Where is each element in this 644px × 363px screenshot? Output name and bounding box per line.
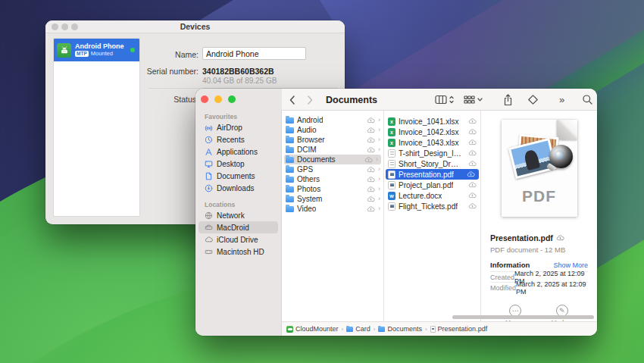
zoom-icon[interactable] xyxy=(228,95,236,103)
path-separator: › xyxy=(374,326,376,333)
path-label: CloudMounter xyxy=(295,325,339,333)
horizontal-scrollbar[interactable] xyxy=(452,315,594,319)
folder-label: Video xyxy=(297,205,316,213)
back-button[interactable] xyxy=(289,89,295,111)
path-segment-app[interactable]: CloudMounter xyxy=(286,325,339,333)
sidebar-item-airdrop[interactable]: AirDrop xyxy=(195,121,281,133)
cloud-download-icon xyxy=(556,235,564,241)
device-name-input[interactable] xyxy=(202,47,306,60)
sidebar-item-network[interactable]: Network xyxy=(195,209,281,221)
path-segment-file[interactable]: Presentation.pdf xyxy=(430,325,488,333)
sidebar-item-label: iCloud Drive xyxy=(217,236,258,244)
sidebar-item-documents[interactable]: Documents xyxy=(195,170,281,182)
folder-row[interactable]: GPS› xyxy=(282,164,383,174)
chevron-right-icon: › xyxy=(378,166,380,173)
folder-row[interactable]: Audio› xyxy=(282,125,383,135)
sidebar-item-recents[interactable]: Recents xyxy=(195,133,281,146)
cloud-download-icon xyxy=(468,118,477,124)
sidebar-item-desktop[interactable]: Desktop xyxy=(195,158,281,170)
folder-row[interactable]: Browser› xyxy=(282,135,383,145)
close-icon[interactable] xyxy=(201,95,208,103)
file-row-selected[interactable]: Presentation.pdf xyxy=(386,169,479,180)
view-columns-button[interactable] xyxy=(435,89,454,111)
finder-window: Documents » Favourites AirDrop Recents A… xyxy=(195,89,597,336)
sidebar-section-favourites: Favourites xyxy=(195,112,281,121)
path-label: Card xyxy=(355,325,370,333)
preview-file-meta: PDF document - 12 MB xyxy=(490,246,597,254)
search-icon[interactable] xyxy=(582,89,593,111)
sidebar-item-macdroid[interactable]: MacDroid xyxy=(199,221,278,233)
cloud-download-icon xyxy=(467,171,475,177)
folder-column: Android› Audio› Browser› DCIM› Documents… xyxy=(282,111,383,214)
devices-titlebar[interactable]: Devices xyxy=(45,20,345,33)
folder-row[interactable]: DCIM› xyxy=(282,145,383,155)
path-segment-folder[interactable]: Documents xyxy=(378,325,422,333)
path-label: Presentation.pdf xyxy=(438,325,488,333)
folder-label: Photos xyxy=(297,185,320,193)
finder-traffic-lights[interactable] xyxy=(201,95,236,103)
forward-button[interactable] xyxy=(307,89,314,111)
name-field-label: Name: xyxy=(129,50,199,59)
chevron-right-icon: › xyxy=(378,186,380,192)
folder-row[interactable]: Android› xyxy=(282,115,383,125)
more-toolbar-items-icon[interactable]: » xyxy=(559,89,564,111)
folder-icon xyxy=(286,206,294,212)
file-label: Flight_Tickets.pdf xyxy=(399,202,458,211)
file-row[interactable]: Invoice_1043.xlsx xyxy=(384,137,480,148)
android-device-icon xyxy=(57,43,71,58)
folder-row[interactable]: Video› xyxy=(282,204,383,214)
sidebar-item-macintosh-hd[interactable]: Macintosh HD xyxy=(195,246,281,258)
airdrop-icon xyxy=(205,124,213,132)
show-more-link[interactable]: Show More xyxy=(553,261,588,269)
file-label: T-shirt_Design_Ideas.txt xyxy=(399,149,462,158)
file-row[interactable]: Project_plan.pdf xyxy=(384,180,480,190)
file-row[interactable]: T-shirt_Design_Ideas.txt xyxy=(384,148,480,158)
sidebar-item-label: Network xyxy=(217,211,245,220)
devices-traffic-lights[interactable] xyxy=(52,23,78,30)
sidebar-item-label: Documents xyxy=(217,172,255,180)
zoom-icon[interactable] xyxy=(71,23,78,30)
cloudmounter-icon xyxy=(286,326,293,333)
file-row[interactable]: Short_Story_Draft.txt xyxy=(384,158,480,169)
folder-row[interactable]: Photos› xyxy=(282,184,383,194)
xlsx-file-icon xyxy=(388,128,395,136)
cloud-download-icon xyxy=(367,127,375,133)
modified-label: Modified xyxy=(490,284,516,292)
minimize-icon[interactable] xyxy=(61,23,68,30)
pdf-file-icon xyxy=(430,326,436,333)
folder-icon xyxy=(286,157,294,163)
mount-status: Mounted xyxy=(91,51,113,57)
close-icon[interactable] xyxy=(52,23,58,30)
minimize-icon[interactable] xyxy=(214,95,222,103)
file-label: Invoice_1043.xlsx xyxy=(399,139,459,147)
file-row[interactable]: Lecture.docx xyxy=(384,190,480,201)
folder-icon xyxy=(346,327,353,332)
status-label: Status: xyxy=(129,95,199,104)
info-row-modified: Modified March 2, 2025 at 12:09 PM xyxy=(490,282,588,293)
pdf-file-icon xyxy=(388,202,395,211)
modified-value: March 2, 2025 at 12:09 PM xyxy=(516,280,588,296)
pdf-preview-icon[interactable]: PDF xyxy=(502,120,577,217)
sidebar-item-downloads[interactable]: Downloads xyxy=(195,182,281,194)
folder-row[interactable]: Others› xyxy=(282,174,383,184)
file-row[interactable]: Invoice_1041.xlsx xyxy=(384,116,480,127)
path-segment-folder[interactable]: Card xyxy=(346,325,370,333)
chevron-right-icon: › xyxy=(378,127,380,133)
group-by-button[interactable] xyxy=(464,89,483,111)
device-row-android-phone[interactable]: Android Phone MTP Mounted xyxy=(54,39,139,61)
file-row[interactable]: Flight_Tickets.pdf xyxy=(384,201,480,211)
file-row[interactable]: Invoice_1042.xlsx xyxy=(384,127,480,137)
tag-icon[interactable] xyxy=(527,89,539,111)
cloud-download-icon xyxy=(468,203,477,209)
document-icon xyxy=(205,172,213,180)
folder-row-selected[interactable]: Documents› xyxy=(284,155,381,164)
sidebar-item-label: Recents xyxy=(217,136,245,144)
storage-usage: 40.04 GB of 89.25 GB xyxy=(202,77,277,85)
loupe-icon xyxy=(549,145,573,168)
folder-row[interactable]: System› xyxy=(282,194,383,204)
docx-file-icon xyxy=(388,192,395,200)
sidebar-item-applications[interactable]: Applications xyxy=(195,146,281,158)
sidebar-item-icloud-drive[interactable]: iCloud Drive xyxy=(195,233,281,246)
folder-icon xyxy=(378,327,385,332)
share-icon[interactable] xyxy=(503,89,513,111)
